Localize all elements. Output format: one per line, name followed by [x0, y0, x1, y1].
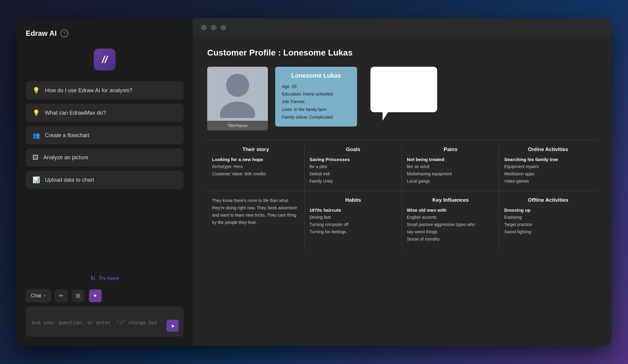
- app-container: Edraw AI ? // 💡 How do I use Edraw AI fo…: [17, 18, 611, 346]
- goals-header: Goals: [309, 147, 397, 153]
- story-header: Their story: [212, 147, 299, 153]
- influences-item1: Wise old men with: [407, 207, 494, 213]
- help-icon[interactable]: ?: [60, 29, 68, 37]
- offline-header: Offline Activities: [504, 197, 592, 203]
- avatar-svg: [216, 69, 259, 118]
- flowchart-icon: 👥: [32, 132, 40, 139]
- try-more-label: Try more: [99, 275, 119, 281]
- story-body: They know there's more to life than what…: [212, 197, 299, 226]
- edit-icon-btn[interactable]: ✏: [55, 289, 68, 302]
- pains-item3: Local gangs: [407, 178, 494, 185]
- pains-header: Pains: [407, 147, 494, 153]
- pains-item2: Misbehaving equipment: [407, 170, 494, 178]
- refresh-icon: ↻: [90, 275, 96, 282]
- titlebar-dot-3: [221, 25, 226, 30]
- suggestion-item-5[interactable]: 📊 Upload data to chart: [26, 171, 184, 189]
- lightbulb-icon-1: 💡: [32, 87, 40, 94]
- habits-item4: Turning his feelings: [309, 228, 397, 236]
- section-goals: Goals Saving Princesses Be a pilot Defea…: [305, 140, 402, 191]
- bottom-area: Chat ▾ ✏ ⊞ ✦ ➤: [26, 289, 184, 337]
- suggestion-item-2[interactable]: 💡 What can EdrawMax do?: [26, 104, 184, 122]
- goals-item4: Family Unity: [309, 178, 397, 185]
- avatar-image: [207, 67, 268, 121]
- section-pains: Pains Not being treated like an adult Mi…: [402, 140, 499, 191]
- section-story: Their story Looking for a new hope Arche…: [207, 140, 305, 191]
- pains-item1-cont: like an adult: [407, 163, 494, 170]
- habits-item1: 1970s haircuts: [309, 207, 397, 213]
- pains-item1: Not being treated: [407, 157, 494, 162]
- ai-icon-btn[interactable]: ✦: [89, 289, 102, 302]
- influences-item3: Small passive aggressive types who: [407, 221, 494, 228]
- picture-icon: 🖼: [32, 154, 39, 161]
- logo-area: //: [26, 49, 184, 70]
- suggestion-text-4: Analyze an picture: [43, 154, 88, 161]
- profile-age: Age: 25: [282, 84, 296, 89]
- suggestion-text-1: How do I use Edraw AI for analysis?: [45, 87, 132, 94]
- habits-item2: Driving fast: [309, 214, 397, 221]
- send-button[interactable]: ➤: [167, 320, 179, 332]
- influences-item4: say weird things: [407, 228, 494, 236]
- titlebar-dot-2: [211, 25, 216, 30]
- suggestion-item-3[interactable]: 👥 Create a flowchart: [26, 126, 184, 144]
- suggestion-text-2: What can EdrawMax do?: [45, 110, 106, 116]
- profile-info-wrapper: Lonesome Lukas Age: 25 Education: Home s…: [275, 67, 357, 126]
- habits-header: Habits: [309, 197, 397, 203]
- edit-icon: ✏: [59, 292, 63, 299]
- profile-info-box: Lonesome Lukas Age: 25 Education: Home s…: [275, 67, 357, 126]
- suggestion-list: 💡 How do I use Edraw AI for analysis? 💡 …: [26, 81, 184, 268]
- suggestion-item-4[interactable]: 🖼 Analyze an picture: [26, 149, 184, 167]
- app-title: Edraw AI: [26, 29, 57, 38]
- online-item3: Meditation apps: [504, 170, 592, 178]
- profile-lives: Lives: In the family farm: [282, 107, 327, 112]
- profile-title: Customer Profile : Lonesome Lukas: [207, 48, 597, 58]
- right-content: Customer Profile : Lonesome Lukas Title/…: [193, 37, 611, 346]
- online-item1: Searching his family tree: [504, 157, 592, 162]
- influences-header: Key Influences: [407, 197, 494, 203]
- story-archetype: Archetype: Hero: [212, 163, 299, 170]
- offline-item4: Sword fighting: [504, 228, 592, 236]
- try-more-button[interactable]: ↻ Try more: [26, 275, 184, 282]
- history-icon-btn[interactable]: ⊞: [72, 289, 85, 302]
- story-value: Customer Value: 60K credits: [212, 170, 299, 178]
- chevron-down-icon: ▾: [44, 294, 46, 298]
- chat-mode-select[interactable]: Chat ▾: [26, 290, 51, 302]
- offline-item3: Target practice: [504, 221, 592, 228]
- avatar-box: Title/Name: [207, 67, 268, 130]
- lightbulb-icon-2: 💡: [32, 109, 40, 116]
- profile-top: Title/Name Lonesome Lukas Age: 25 Educat…: [207, 67, 597, 130]
- offline-item1: Dressing up: [504, 207, 592, 213]
- profile-grid-lower: They know there's more to life than what…: [207, 191, 597, 249]
- influences-item5: Sense of morality: [407, 236, 494, 243]
- suggestion-item-1[interactable]: 💡 How do I use Edraw AI for analysis?: [26, 81, 184, 99]
- history-icon: ⊞: [76, 292, 80, 299]
- profile-family-status: Family status: Complicated: [282, 115, 333, 120]
- send-icon: ➤: [171, 323, 175, 329]
- suggestion-text-3: Create a flowchart: [45, 132, 89, 139]
- chat-input-area: ➤: [26, 306, 184, 337]
- online-item4: Video games: [504, 178, 592, 185]
- profile-detail: Age: 25 Education: Home schooled Job: Fa…: [282, 83, 350, 121]
- svg-point-1: [220, 102, 255, 118]
- story-name-bold: Looking for a new hope: [212, 157, 299, 162]
- left-panel: Edraw AI ? // 💡 How do I use Edraw AI fo…: [17, 18, 193, 346]
- section-habits: Habits 1970s haircuts Driving fast Turni…: [305, 191, 402, 249]
- section-influences: Key Influences Wise old men with English…: [402, 191, 499, 249]
- app-header: Edraw AI ?: [26, 29, 184, 38]
- ai-icon: ✦: [93, 292, 97, 299]
- svg-point-0: [226, 74, 249, 97]
- goals-item2: Be a pilot: [309, 163, 397, 170]
- avatar-label: Title/Name: [207, 121, 268, 130]
- section-offline: Offline Activities Dressing up Exploring…: [499, 191, 597, 249]
- goals-item3: Defeat evil: [309, 170, 397, 178]
- suggestion-text-5: Upload data to chart: [45, 177, 94, 183]
- chat-mode-label: Chat: [31, 293, 41, 298]
- habits-item3: Turning computer off: [309, 221, 397, 228]
- profile-name-label: Lonesome Lukas: [282, 72, 350, 79]
- online-header: Online Activities: [504, 147, 592, 153]
- profile-education: Education: Home schooled: [282, 92, 333, 96]
- chat-input[interactable]: [32, 320, 177, 331]
- titlebar: [193, 18, 611, 37]
- section-online: Online Activities Searching his family t…: [499, 140, 597, 191]
- right-panel: Customer Profile : Lonesome Lukas Title/…: [193, 18, 611, 346]
- goals-item1: Saving Princesses: [309, 157, 397, 162]
